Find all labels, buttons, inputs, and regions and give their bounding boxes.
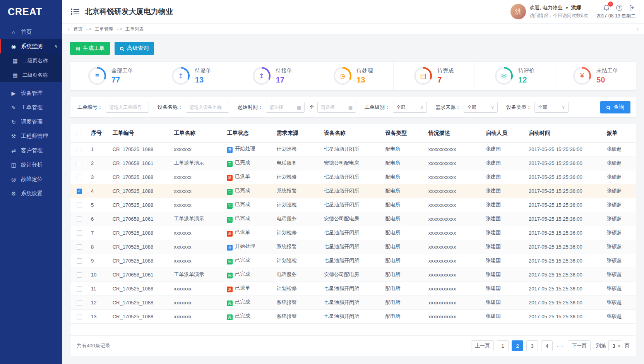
table-row[interactable]: 13CR_170525_1088xxxxxxx完已完成系统报警七星油脂开闭所配电…: [70, 309, 636, 323]
chevron-left-icon[interactable]: ‹: [68, 26, 70, 32]
row-checkbox[interactable]: [77, 314, 82, 319]
cell-dispatcher: 张硕超: [603, 226, 636, 240]
action-buttons: ▤ 生成工单 高级查询: [70, 42, 636, 55]
cell-source: 系统报警: [274, 309, 321, 323]
cell-device-type: 配电所: [382, 156, 425, 170]
select-all-checkbox[interactable]: [77, 131, 82, 136]
user-block[interactable]: 洪 欢迎, 电力物业 ▼ 洪娜 访问情况：今日访问次数6次: [510, 4, 588, 19]
table-row[interactable]: 10CR_170658_1061工单派单演示完已完成电话服务安德公司配电房配电所…: [70, 268, 636, 282]
page-number-3[interactable]: 3: [526, 340, 538, 351]
search-button[interactable]: 查询: [600, 101, 630, 113]
breadcrumb-item[interactable]: 工单列表: [125, 26, 144, 33]
sidebar-item-sub-page-2[interactable]: ▦二级页名称: [0, 68, 62, 82]
sidebar-item-engineer-management[interactable]: ⚒工程师管理: [0, 129, 62, 143]
status-icon: 完: [227, 189, 233, 195]
cell-device-name: 七星油脂开闭所: [321, 295, 382, 309]
start-date-picker[interactable]: 请选择 ▦: [266, 102, 305, 113]
sidebar-item-system-monitor[interactable]: ◉系统监测∨: [0, 39, 62, 53]
table-row[interactable]: 3CR_170525_1088xxxxxxx派已派单计划检修七星油脂开闭所配电所…: [70, 170, 636, 184]
generate-order-button[interactable]: ▤ 生成工单: [70, 42, 110, 55]
row-checkbox[interactable]: [77, 161, 82, 166]
printer-icon: ▤: [75, 46, 80, 51]
table-row[interactable]: 1CR_170525_1088xxxxxxx开开始处理计划巡检七星油脂开闭所配电…: [70, 142, 636, 156]
row-checkbox[interactable]: [77, 244, 82, 250]
advanced-search-button[interactable]: 高级查询: [115, 42, 154, 55]
goto-page-input[interactable]: 3 ▲▼: [608, 340, 622, 351]
cell-device-name: 七星油脂开闭所: [321, 309, 382, 323]
order-level-select[interactable]: 全部 ∨: [393, 102, 427, 113]
stat-card-all-orders[interactable]: ≡全部工单77: [70, 62, 151, 90]
row-checkbox[interactable]: [77, 300, 82, 306]
table-row[interactable]: 7CR_170525_1088xxxxxxx派已派单计划检修七星油脂开闭所配电所…: [70, 226, 636, 240]
row-checkbox[interactable]: [77, 147, 82, 152]
table-row[interactable]: ✓4CR_170525_1088xxxxxxx完已完成系统报警七星油脂开闭所配电…: [70, 184, 636, 198]
row-checkbox[interactable]: [77, 216, 82, 222]
notification-bell-icon[interactable]: 5: [603, 4, 610, 11]
chevron-down-icon[interactable]: ▼: [565, 6, 569, 10]
device-name-input[interactable]: [186, 102, 229, 113]
avatar[interactable]: 洪: [510, 4, 526, 19]
stat-card-pending-dispatch[interactable]: ↥待派单13: [151, 62, 232, 90]
next-page-button[interactable]: 下一页: [568, 340, 591, 351]
cell-status: 完已完成: [224, 268, 274, 282]
table-row[interactable]: 8CR_170525_1088xxxxxxx开开始处理系统报警七星油脂开闭所配电…: [70, 240, 636, 254]
row-checkbox[interactable]: [77, 175, 82, 180]
row-checkbox[interactable]: [77, 230, 82, 236]
table-row[interactable]: 5CR_170525_1088xxxxxxx完已完成计划巡检七星油脂开闭所配电所…: [70, 198, 636, 212]
stat-card-pending-process[interactable]: ◷待处理13: [313, 62, 394, 90]
cell-starter: 张建国: [483, 309, 526, 323]
table-row[interactable]: 9CR_170525_1088xxxxxxx完已完成计划巡检七星油脂开闭所配电所…: [70, 254, 636, 268]
sidebar-item-sub-page-1[interactable]: ▦二级页名称: [0, 53, 62, 68]
page-number-2[interactable]: 2: [512, 340, 523, 351]
cell-source: 计划检修: [274, 226, 321, 240]
table-row[interactable]: 6CR_170658_1061工单派单演示完已完成电话服务安德公司配电房配电所x…: [70, 212, 636, 226]
sidebar-item-stats-analysis[interactable]: ◫统计分析: [0, 158, 62, 172]
source-select[interactable]: 全部 ∨: [464, 102, 498, 113]
sidebar: CREAT ⌂首页◉系统监测∨▦二级页名称▦二级页名称▶设备管理✎工单管理↻调度…: [0, 0, 62, 364]
sidebar-item-workorder-management[interactable]: ✎工单管理: [0, 100, 62, 115]
order-no-input[interactable]: [106, 102, 149, 113]
table-row[interactable]: 11CR_170525_1088xxxxxxx派已派单计划检修七星油脂开闭所配电…: [70, 282, 636, 295]
row-checkbox[interactable]: [77, 203, 82, 208]
page-ellipsis[interactable]: ···: [556, 343, 565, 349]
sidebar-item-home[interactable]: ⌂首页: [0, 25, 62, 39]
sidebar-item-system-settings[interactable]: ⚙系统设置: [0, 186, 62, 201]
menu-toggle-icon[interactable]: [71, 8, 79, 15]
cell-dispatcher: 张硕超: [603, 254, 636, 268]
stat-card-pending-finish[interactable]: ▤待完成7: [394, 62, 474, 90]
sidebar-item-dispatch-management[interactable]: ↻调度管理: [0, 115, 62, 129]
visit-info: 访问情况：今日访问次数6次: [530, 12, 588, 19]
cell-device-type: 配电所: [382, 198, 425, 212]
pending-finish-icon: ▤: [414, 67, 432, 85]
cell-description: xxxxxxxxxxx: [425, 184, 483, 198]
page-number-1[interactable]: 1: [497, 340, 509, 351]
calendar-icon: ▦: [297, 105, 301, 110]
help-icon[interactable]: ?: [616, 5, 622, 11]
table-row[interactable]: 2CR_170658_1061工单派单演示完已完成电话服务安德公司配电房配电所x…: [70, 156, 636, 170]
sidebar-item-customer-management[interactable]: ⇄客户管理: [0, 143, 62, 158]
end-date-picker[interactable]: 请选择 ▦: [317, 102, 356, 113]
prev-page-button[interactable]: 上一页: [471, 340, 494, 351]
stepper-icon[interactable]: ▲▼: [618, 344, 620, 348]
row-checkbox[interactable]: [77, 286, 82, 292]
column-header: 启动时间: [526, 124, 603, 142]
stat-card-unsettled-orders[interactable]: ¥未结工单50: [555, 62, 636, 90]
cell-starter: 张建国: [483, 142, 526, 156]
logout-icon[interactable]: [629, 4, 635, 11]
sidebar-item-device-management[interactable]: ▶设备管理: [0, 86, 62, 100]
device-type-select[interactable]: 全部 ∨: [534, 102, 569, 113]
cell-description: xxxxxxxxxxx: [425, 240, 483, 254]
row-checkbox[interactable]: [77, 258, 82, 264]
cell-starter: 张建国: [483, 254, 526, 268]
row-checkbox[interactable]: [77, 272, 82, 278]
row-checkbox[interactable]: ✓: [77, 189, 82, 194]
chevron-right-icon[interactable]: ›: [637, 26, 639, 32]
stat-card-pending-review[interactable]: ✉待评价12: [474, 62, 555, 90]
sidebar-item-fault-locating[interactable]: ◎故障定位: [0, 172, 62, 186]
breadcrumb-item[interactable]: 工单管理: [95, 26, 113, 33]
page-number-4[interactable]: 4: [541, 340, 553, 351]
stat-card-pending-accept[interactable]: ↥待接单17: [232, 62, 313, 90]
device-type-label: 设备类型：: [506, 104, 531, 111]
breadcrumb-item[interactable]: 首页: [74, 26, 83, 33]
table-row[interactable]: 12CR_170525_1088xxxxxxx完已完成系统报警七星油脂开闭所配电…: [70, 295, 636, 309]
